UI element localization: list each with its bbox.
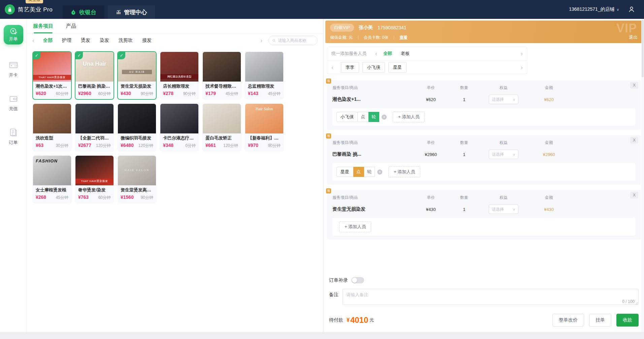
service-duration: 60分钟 [56, 91, 68, 97]
add-staff-button[interactable]: + 添加人员 [388, 166, 420, 177]
sidebar-item-recharge[interactable]: 充值 [8, 94, 19, 112]
hold-order-button[interactable]: 挂单 [589, 314, 611, 327]
remove-staff-icon[interactable]: ✕ [382, 115, 387, 120]
staff-chip[interactable]: 星星 [388, 62, 407, 73]
sidebar-orders-label: 订单 [9, 140, 18, 146]
remove-item-button[interactable]: X [630, 82, 638, 89]
service-card[interactable]: ✓ FASHION 女士摩根烫发根 ¥268 45分钟 [32, 155, 72, 204]
staff-scroll-right-icon[interactable]: › [521, 64, 523, 70]
item-type-tag: 项 [326, 188, 331, 193]
search-icon [272, 38, 276, 43]
view-member-link[interactable]: 查看 [399, 35, 408, 40]
sidebar-item-open-order[interactable]: ¥ 开单 [4, 25, 23, 44]
tab-products[interactable]: 产品 [66, 19, 76, 33]
service-name: 卡巴尔液态疗法体验 [163, 135, 196, 141]
assigned-staff-name: 星星 [336, 167, 353, 177]
commission-mode-option[interactable]: 点 [358, 112, 368, 122]
category-scroll-left-icon[interactable]: ‹ [32, 37, 34, 43]
service-image-label: FASHION [36, 158, 58, 163]
remove-item-button[interactable]: X [630, 192, 638, 198]
staff-scroll-left-icon[interactable]: ‹ [331, 64, 333, 70]
service-card[interactable]: ✓ Hair Salon 【新春福利】法式... ¥970 90分钟 [245, 103, 284, 152]
service-image [245, 52, 283, 82]
service-image: FASHION [33, 156, 71, 185]
order-item-list: 项 X 服务项目/商品 单价 数量 权益 金额 潮色染发+1... ¥620 1… [327, 80, 641, 240]
category-tab[interactable]: 染发 [100, 37, 109, 43]
service-card[interactable]: ✓ THAT HAIR烫染接发 潮色染发+1次漂发 ¥620 60分钟 [32, 51, 72, 100]
commission-mode-option[interactable]: 点 [353, 167, 364, 177]
category-tab[interactable]: 洗剪吹 [119, 37, 133, 43]
commission-mode-option[interactable]: 轮 [364, 167, 375, 177]
service-card[interactable]: ✓ Una Hair 巴黎画染 挑染渐变 ¥2960 60分钟 [75, 51, 114, 100]
collect-payment-button[interactable]: 收款 [616, 314, 639, 327]
staff-group-all[interactable]: 全部 [383, 51, 392, 57]
staff-chip[interactable]: 小飞侠 [362, 62, 385, 73]
add-staff-button[interactable]: + 添加人员 [393, 112, 425, 122]
category-tab[interactable]: 护理 [62, 37, 71, 43]
col-unit-price: 单价 [411, 85, 451, 91]
change-price-button[interactable]: 整单改价 [552, 314, 584, 327]
user-profile-icon[interactable] [628, 6, 635, 13]
payable-amount: 4010 [350, 315, 368, 325]
scrollbar-thumb[interactable] [642, 20, 644, 77]
sidebar-item-open-card[interactable]: VIP 开卡 [8, 60, 19, 78]
service-card[interactable]: ✓ 洗吹造型 ¥63 30分钟 [32, 103, 72, 152]
staff-chip[interactable]: 李李 [341, 62, 359, 73]
service-duration: 45分钟 [56, 195, 68, 201]
search-input[interactable] [278, 38, 314, 43]
svg-text:¥: ¥ [73, 11, 74, 14]
service-image: HAIR SALON [118, 156, 156, 185]
edition-badge: 美业版 [26, 0, 43, 3]
stored-balance-label: 储值金额: 元 [330, 35, 353, 40]
tab-management[interactable]: 管理中心 [108, 5, 155, 19]
assigned-staff-chip[interactable]: 小飞侠点轮✕ [336, 112, 387, 122]
tab-services[interactable]: 服务项目 [33, 19, 53, 33]
service-duration: 120分钟 [223, 143, 238, 149]
category-tab[interactable]: 接发 [142, 37, 152, 43]
service-card[interactable]: ✓ 卡巴尔液态疗法体验 ¥348 0分钟 [160, 103, 199, 152]
benefit-select[interactable]: 请选择 ∨ [489, 95, 518, 104]
staff-group-scroll-right-icon[interactable]: › [521, 51, 523, 57]
money-bag-icon: ¥ [71, 9, 76, 15]
window-scrollbar[interactable] [641, 19, 644, 332]
service-card[interactable]: ✓ AU HAIR 资生堂无损染发 ¥430 90分钟 [117, 51, 157, 100]
benefit-select[interactable]: 请选择 ∨ [489, 205, 518, 214]
commission-mode-option[interactable]: 轮 [368, 112, 379, 122]
vip-card-icon: VIP [8, 60, 19, 70]
category-tab[interactable]: 烫发 [81, 37, 90, 43]
remove-staff-icon[interactable]: ✕ [377, 170, 382, 175]
service-price: ¥620 [36, 91, 46, 96]
assigned-staff-chip[interactable]: 星星点轮✕ [336, 167, 382, 177]
brand: 简艺美业 Pro 美业版 [5, 4, 53, 14]
service-card[interactable]: ✓ 微编织羽毛接发 ¥6480 120分钟 [117, 103, 157, 152]
item-type-tag: 项 [326, 133, 331, 138]
order-supplement-toggle[interactable] [351, 277, 364, 283]
remark-input[interactable] [343, 289, 639, 305]
service-image-label: AU HAIR [122, 70, 152, 74]
selected-check-icon: ✓ [33, 52, 40, 59]
service-card[interactable]: ✓ 【全新二代羽毛】... ¥2677 120分钟 [75, 103, 114, 152]
remove-item-button[interactable]: X [630, 137, 638, 144]
benefit-select-placeholder: 请选择 [492, 152, 504, 157]
service-name: 洗吹造型 [36, 135, 68, 141]
col-service: 服务项目/商品 [332, 140, 411, 146]
category-scroll-right-icon[interactable]: › [260, 37, 262, 43]
add-staff-button[interactable]: + 添加人员 [339, 221, 371, 232]
service-card[interactable]: ✓ HAIR SALON 资生堂烫发高端定制 ¥1560 90分钟 [117, 155, 157, 204]
staff-group-scroll-left-icon[interactable]: ‹ [375, 51, 377, 57]
category-tab[interactable]: 全部 [43, 37, 53, 43]
service-duration: 30分钟 [56, 143, 68, 149]
store-dropdown[interactable]: 13681212571_的店铺 ∨ [569, 6, 619, 12]
service-card[interactable]: ✓ 总监精致理发 ¥143 45分钟 [245, 51, 284, 100]
service-card[interactable]: ✓ 网红爆款洗剪吹造型 店长精致理发 ¥278 90分钟 [160, 51, 199, 100]
staff-assignment-row: + 添加人员 [332, 218, 635, 236]
service-price: ¥63 [36, 143, 43, 148]
tab-cashier[interactable]: ¥ 收银台 [63, 5, 104, 19]
sidebar-item-orders[interactable]: 订单 [8, 127, 19, 146]
staff-group-boss[interactable]: 老板 [401, 51, 410, 57]
service-price: ¥2960 [78, 91, 91, 96]
service-card[interactable]: ✓ 技术督导精致理发 ¥179 45分钟 [202, 51, 242, 100]
service-card[interactable]: ✓ 蛋白毛发矫正 ¥661 120分钟 [202, 103, 242, 152]
benefit-select[interactable]: 请选择 ∨ [489, 150, 518, 159]
service-card[interactable]: ✓ THAT HAIR烫染接发 奢华烫发/染发 ¥763 60分钟 [75, 155, 114, 204]
